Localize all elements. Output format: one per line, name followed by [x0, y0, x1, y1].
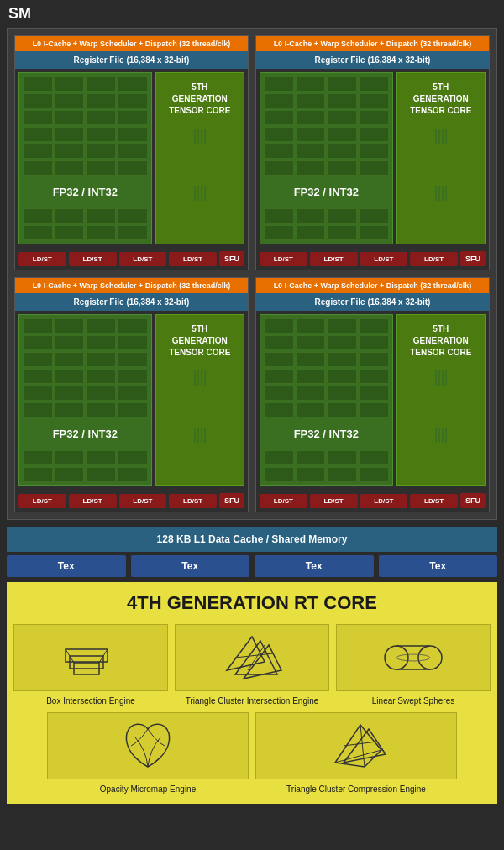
- quadrant-grid: L0 I-Cache + Warp Scheduler + Dispatch (…: [14, 35, 490, 512]
- ldst-3: LD/ST: [119, 252, 167, 266]
- quadrant-3: L0 I-Cache + Warp Scheduler + Dispatch (…: [14, 277, 249, 512]
- rt-icon-item-tri: Triangle Cluster Intersection Engine: [175, 624, 329, 706]
- ldst-13: LD/ST: [260, 494, 307, 508]
- sfu-3: SFU: [219, 493, 244, 508]
- tex-unit-3: Tex: [255, 555, 374, 577]
- fp32-label-4: FP32 / INT32: [260, 421, 392, 447]
- outer-container: L0 I-Cache + Warp Scheduler + Dispatch (…: [7, 28, 497, 520]
- ldst-6: LD/ST: [310, 252, 358, 266]
- ldst-12: LD/ST: [169, 494, 217, 508]
- fp32-label-2: FP32 / INT32: [260, 179, 392, 205]
- register-file-bar-3: Register File (16,384 x 32-bit): [15, 293, 248, 311]
- register-file-bar-2: Register File (16,384 x 32-bit): [256, 51, 489, 69]
- rt-icon-box-tri: [175, 624, 329, 691]
- tex-row: Tex Tex Tex Tex: [0, 555, 504, 582]
- rt-core-section: 4TH GENERATION RT CORE Box Intersection …: [7, 582, 497, 804]
- rt-icon-item-compress: Triangle Cluster Compression Engine: [255, 712, 457, 794]
- rt-icon-item-opacity: Opacity Micromap Engine: [47, 712, 249, 794]
- rt-icon-item-box: Box Intersection Engine: [13, 624, 168, 706]
- rt-icon-box-box: [13, 624, 168, 691]
- tensor-label-4: 5THGENERATIONTENSOR CORE: [407, 315, 475, 367]
- sfu-1: SFU: [219, 251, 244, 266]
- sm-label: SM: [0, 0, 504, 28]
- fp32-label-3: FP32 / INT32: [19, 421, 151, 447]
- quadrant-2: L0 I-Cache + Warp Scheduler + Dispatch (…: [255, 35, 490, 270]
- rt-core-title: 4TH GENERATION RT CORE: [13, 592, 491, 614]
- ldst-15: LD/ST: [360, 494, 408, 508]
- tensor-label-3: 5THGENERATIONTENSOR CORE: [165, 315, 234, 367]
- ldst-5: LD/ST: [260, 252, 307, 266]
- ldst-14: LD/ST: [310, 494, 358, 508]
- l0-cache-bar-2: L0 I-Cache + Warp Scheduler + Dispatch (…: [256, 36, 489, 51]
- register-file-bar-1: Register File (16,384 x 32-bit): [15, 51, 248, 69]
- rt-icon-label-sphere: Linear Swept Spheres: [372, 696, 454, 706]
- tex-unit-4: Tex: [379, 555, 498, 577]
- rt-icon-box-compress: [255, 712, 457, 779]
- ldst-16: LD/ST: [410, 494, 458, 508]
- l0-cache-bar-4: L0 I-Cache + Warp Scheduler + Dispatch (…: [256, 278, 489, 293]
- fp32-label-1: FP32 / INT32: [19, 179, 151, 205]
- ldst-10: LD/ST: [69, 494, 117, 508]
- sfu-2: SFU: [460, 251, 486, 266]
- svg-marker-18: [344, 729, 386, 763]
- ldst-7: LD/ST: [360, 252, 408, 266]
- tensor-label-1: 5THGENERATIONTENSOR CORE: [165, 73, 234, 125]
- svg-line-20: [360, 725, 365, 767]
- l0-cache-bar-1: L0 I-Cache + Warp Scheduler + Dispatch (…: [15, 36, 248, 51]
- rt-icon-label-compress: Triangle Cluster Compression Engine: [286, 784, 426, 794]
- rt-icon-box-opacity: [47, 712, 249, 779]
- quadrant-4: L0 I-Cache + Warp Scheduler + Dispatch (…: [255, 277, 490, 512]
- tex-unit-2: Tex: [131, 555, 250, 577]
- sfu-4: SFU: [460, 493, 486, 508]
- quadrant-1: L0 I-Cache + Warp Scheduler + Dispatch (…: [14, 35, 249, 270]
- ldst-2: LD/ST: [69, 252, 117, 266]
- l1-cache-bar: 128 KB L1 Data Cache / Shared Memory: [7, 527, 497, 552]
- l0-cache-bar-3: L0 I-Cache + Warp Scheduler + Dispatch (…: [15, 278, 248, 293]
- rt-icon-label-tri: Triangle Cluster Intersection Engine: [186, 696, 319, 706]
- register-file-bar-4: Register File (16,384 x 32-bit): [256, 293, 489, 311]
- rt-icon-item-sphere: Linear Swept Spheres: [336, 624, 491, 706]
- ldst-9: LD/ST: [18, 494, 66, 508]
- svg-point-16: [396, 654, 430, 661]
- ldst-4: LD/ST: [169, 252, 217, 266]
- tex-unit-1: Tex: [7, 555, 126, 577]
- rt-icon-box-sphere: [336, 624, 491, 691]
- ldst-1: LD/ST: [18, 252, 66, 266]
- tensor-label-2: 5THGENERATIONTENSOR CORE: [407, 73, 475, 125]
- ldst-8: LD/ST: [410, 252, 458, 266]
- ldst-11: LD/ST: [119, 494, 167, 508]
- rt-icon-label-opacity: Opacity Micromap Engine: [100, 784, 197, 794]
- rt-icon-label-box: Box Intersection Engine: [46, 696, 135, 706]
